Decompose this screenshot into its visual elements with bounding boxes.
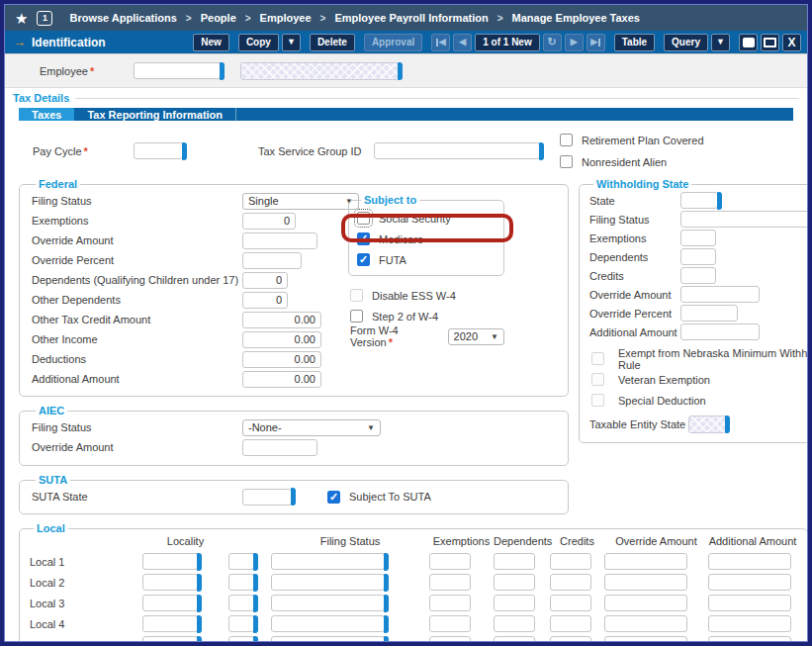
window-badge-icon[interactable]: 1 <box>37 11 52 26</box>
local-4-locality-handle[interactable] <box>197 615 202 633</box>
local-5-exemptions-input[interactable] <box>429 636 471 642</box>
local-5-code-input[interactable] <box>228 636 254 642</box>
favorite-star-icon[interactable]: ★ <box>15 11 28 26</box>
local-3-additional-amount-input[interactable] <box>708 595 791 611</box>
local-2-exemptions-input[interactable] <box>429 574 471 591</box>
breadcrumb-item-people[interactable]: People <box>201 12 236 24</box>
local-4-credits-input[interactable] <box>550 615 591 632</box>
ws-state-input[interactable] <box>680 192 718 209</box>
local-2-override-amount-input[interactable] <box>604 574 687 591</box>
new-button[interactable]: New <box>193 34 229 51</box>
local-5-locality-handle[interactable] <box>197 636 202 643</box>
subject-to-suta-checkbox[interactable] <box>327 491 340 504</box>
tab-taxes[interactable]: Taxes <box>19 108 74 121</box>
local-1-code-input[interactable] <box>228 553 254 570</box>
local-2-locality-input[interactable] <box>142 574 198 591</box>
ws-dependents-input[interactable] <box>680 248 716 265</box>
local-3-code-handle[interactable] <box>253 595 258 612</box>
local-2-filing-status-input[interactable] <box>271 574 385 591</box>
local-2-dependents-input[interactable] <box>494 574 535 591</box>
local-3-filing-status-handle[interactable] <box>384 595 389 612</box>
local-3-locality-input[interactable] <box>142 595 198 611</box>
federal-other-tax-credit-input[interactable] <box>242 312 321 328</box>
local-3-dependents-input[interactable] <box>494 595 535 611</box>
aiec-filing-status-dropdown[interactable]: -None-▼ <box>242 419 381 436</box>
local-1-code-handle[interactable] <box>253 553 258 571</box>
breadcrumb-item-browse-applications[interactable]: Browse Applications <box>69 12 176 24</box>
futa-checkbox[interactable] <box>357 253 370 266</box>
local-1-filing-status-input[interactable] <box>271 553 385 570</box>
local-1-additional-amount-input[interactable] <box>708 553 791 570</box>
local-1-credits-input[interactable] <box>550 553 591 570</box>
step-2-of-w4-checkbox[interactable] <box>350 310 363 323</box>
query-dropdown-button[interactable]: ▼ <box>711 34 730 51</box>
local-5-additional-amount-input[interactable] <box>708 636 791 642</box>
retirement-plan-covered-checkbox[interactable] <box>560 134 573 146</box>
local-2-code-input[interactable] <box>228 574 254 591</box>
ws-filing-status-input[interactable] <box>680 211 808 228</box>
local-1-locality-handle[interactable] <box>197 553 202 571</box>
table-button[interactable]: Table <box>614 34 655 51</box>
local-3-credits-input[interactable] <box>550 595 591 611</box>
local-2-credits-input[interactable] <box>550 574 591 591</box>
social-security-checkbox[interactable] <box>357 212 370 225</box>
federal-filing-status-dropdown[interactable]: Single▼ <box>242 193 359 210</box>
maximize-window-button[interactable] <box>761 34 779 51</box>
local-1-filing-status-handle[interactable] <box>384 553 389 571</box>
employee-display-handle[interactable] <box>398 62 403 80</box>
local-4-filing-status-handle[interactable] <box>384 615 389 633</box>
local-4-filing-status-input[interactable] <box>271 615 385 632</box>
local-1-locality-input[interactable] <box>142 553 198 570</box>
local-4-additional-amount-input[interactable] <box>708 615 791 632</box>
tax-service-group-id-input[interactable] <box>374 142 540 159</box>
local-5-credits-input[interactable] <box>550 636 591 642</box>
local-3-override-amount-input[interactable] <box>604 595 687 611</box>
form-w4-version-dropdown[interactable]: 2020▼ <box>448 328 504 345</box>
delete-button[interactable]: Delete <box>310 34 355 51</box>
local-5-dependents-input[interactable] <box>494 636 535 642</box>
ws-override-amount-input[interactable] <box>680 286 760 303</box>
restore-window-button[interactable] <box>739 34 758 51</box>
local-5-code-handle[interactable] <box>253 636 258 643</box>
federal-other-income-input[interactable] <box>242 331 321 348</box>
nonresident-alien-checkbox[interactable] <box>560 155 573 168</box>
federal-additional-amount-input[interactable] <box>242 371 321 388</box>
federal-dependents-input[interactable] <box>242 272 288 289</box>
federal-override-amount-input[interactable] <box>242 232 317 249</box>
ws-additional-amount-input[interactable] <box>680 323 760 340</box>
local-3-filing-status-input[interactable] <box>271 595 385 611</box>
local-4-code-input[interactable] <box>228 615 254 632</box>
local-5-filing-status-input[interactable] <box>271 636 385 642</box>
query-button[interactable]: Query <box>664 34 708 51</box>
ws-exemptions-input[interactable] <box>680 230 716 246</box>
suta-state-lookup-handle[interactable] <box>291 488 296 506</box>
pay-cycle-lookup-handle[interactable] <box>182 142 187 160</box>
local-2-code-handle[interactable] <box>253 574 258 592</box>
local-1-override-amount-input[interactable] <box>604 553 687 570</box>
local-3-exemptions-input[interactable] <box>429 595 471 611</box>
local-4-code-handle[interactable] <box>253 615 258 633</box>
employee-input[interactable] <box>134 62 221 79</box>
ws-state-lookup-handle[interactable] <box>717 192 722 210</box>
local-4-locality-input[interactable] <box>142 615 198 632</box>
local-3-locality-handle[interactable] <box>197 595 202 612</box>
breadcrumb-item-employee-payroll-information[interactable]: Employee Payroll Information <box>334 12 488 24</box>
aiec-override-amount-input[interactable] <box>242 439 317 456</box>
pay-cycle-input[interactable] <box>134 142 183 159</box>
local-3-code-input[interactable] <box>228 595 254 611</box>
local-1-exemptions-input[interactable] <box>429 553 471 570</box>
employee-lookup-handle[interactable] <box>220 62 225 80</box>
local-5-override-amount-input[interactable] <box>604 636 687 642</box>
local-4-override-amount-input[interactable] <box>604 615 687 632</box>
local-5-locality-input[interactable] <box>142 636 198 642</box>
local-2-locality-handle[interactable] <box>197 574 202 592</box>
federal-deductions-input[interactable] <box>242 351 321 368</box>
local-4-dependents-input[interactable] <box>494 615 535 632</box>
federal-override-percent-input[interactable] <box>242 252 302 269</box>
tab-tax-reporting-information[interactable]: Tax Reporting Information <box>74 108 235 121</box>
tax-service-group-id-handle[interactable] <box>539 142 544 160</box>
close-window-button[interactable]: X <box>782 34 801 51</box>
local-1-dependents-input[interactable] <box>494 553 535 570</box>
local-5-filing-status-handle[interactable] <box>384 636 389 643</box>
federal-other-dependents-input[interactable] <box>242 292 288 309</box>
